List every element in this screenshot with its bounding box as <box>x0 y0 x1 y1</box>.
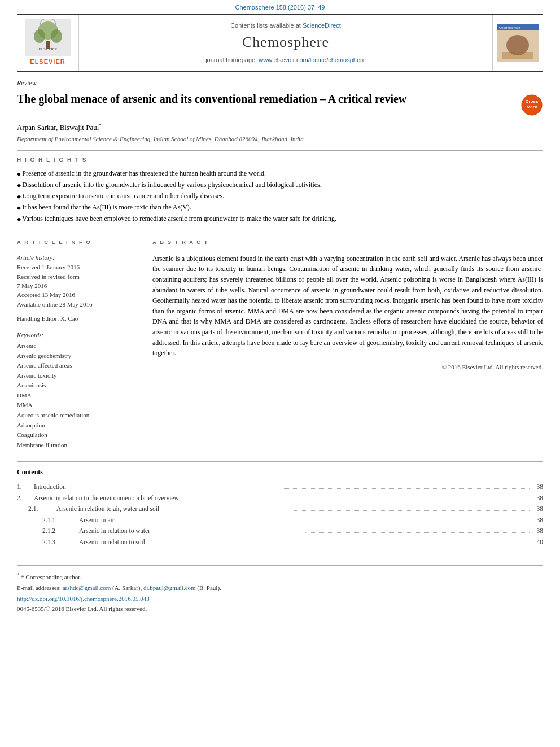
divider-before-columns <box>17 230 543 230</box>
keyword-aqueous-remediation: Aqueous arsenic remediation <box>17 410 141 421</box>
svg-point-2 <box>34 29 45 43</box>
crossmark-icon: Cross Mark <box>520 94 543 116</box>
authors-line: Arpan Sarkar, Biswajit Paul* <box>17 122 543 133</box>
received-date: Received 1 January 2016 <box>17 263 141 272</box>
highlight-item: Various techniques have been employed to… <box>17 213 543 224</box>
affiliation-line: Department of Environmental Science & En… <box>17 135 543 143</box>
toc-num-2-1-3: 2.1.3. <box>42 537 79 548</box>
article-history-label: Article history: <box>17 254 141 262</box>
toc-title-1: Introduction <box>34 482 281 493</box>
toc-num-2-1-1: 2.1.1. <box>42 515 79 526</box>
email-label: E-mail addresses: <box>17 584 61 591</box>
keyword-mma: MMA <box>17 400 141 410</box>
keyword-dma: DMA <box>17 391 141 401</box>
toc-dots-2-1-1 <box>305 522 530 522</box>
toc-item-2-1-2: 2.1.2. Arsenic in relation to water 38 <box>17 526 543 537</box>
article-info-label: A R T I C L E I N F O <box>17 238 141 246</box>
keyword-membrane: Membrane filtration <box>17 440 141 451</box>
article-body: Review The global menace of arsenic and … <box>17 78 543 614</box>
svg-text:Cross: Cross <box>526 99 539 104</box>
highlight-item: It has been found that the As(III) is mo… <box>17 202 543 213</box>
toc-page-2-1-2: 38 <box>532 526 543 537</box>
author-names: Arpan Sarkar, Biswajit Paul* <box>17 123 102 132</box>
svg-rect-12 <box>502 52 533 59</box>
doi-link[interactable]: http://dx.doi.org/10.1016/j.chemosphere.… <box>17 595 150 602</box>
divider-article-info <box>17 250 141 250</box>
corresponding-label: * Corresponding author. <box>21 573 81 580</box>
highlights-section-label: H I G H L I G H T S <box>17 156 543 164</box>
article-title-section: The global menace of arsenic and its con… <box>17 91 543 116</box>
toc-page-2: 38 <box>532 493 543 504</box>
article-title: The global menace of arsenic and its con… <box>17 91 406 106</box>
toc-page-2-1: 38 <box>532 504 543 515</box>
email1-author: (A. Sarkar), <box>112 584 142 591</box>
sciencedirect-link: Contents lists available at ScienceDirec… <box>230 21 341 30</box>
svg-text:ELSEVIER: ELSEVIER <box>38 47 57 51</box>
toc-title-2-1-1: Arsenic in air <box>79 515 303 526</box>
doi-line: http://dx.doi.org/10.1016/j.chemosphere.… <box>17 595 543 603</box>
journal-thumbnail: Chemosphere <box>492 15 543 71</box>
toc-item-2-1-3: 2.1.3. Arsenic in relation to soil 40 <box>17 537 543 548</box>
two-column-layout: A R T I C L E I N F O Article history: R… <box>17 238 543 450</box>
corresponding-marker: * <box>99 123 102 128</box>
divider-after-affiliation <box>17 150 543 151</box>
abstract-section-label: A B S T R A C T <box>152 238 543 246</box>
footnote-star: * <box>17 572 20 578</box>
toc-title-2-1-2: Arsenic in relation to water <box>79 526 303 537</box>
journal-cover-image: Chemosphere <box>497 24 539 62</box>
journal-homepage: journal homepage: www.elsevier.com/locat… <box>205 56 366 64</box>
corresponding-note: * * Corresponding author. <box>17 571 543 582</box>
toc-num-2-1-2: 2.1.2. <box>42 526 79 537</box>
elsevier-tree-icon: ELSEVIER <box>25 19 71 56</box>
toc-item-1: 1. Introduction 38 <box>17 482 543 493</box>
journal-title: Chemosphere <box>242 32 329 53</box>
toc-page-2-1-3: 40 <box>532 537 543 548</box>
toc-title-2-1-3: Arsenic in relation to soil <box>79 537 303 548</box>
keywords-label: Keywords: <box>17 331 141 339</box>
svg-text:Chemosphere: Chemosphere <box>499 26 520 29</box>
keyword-toxicity: Arsenic toxicity <box>17 371 141 381</box>
svg-point-3 <box>51 29 62 43</box>
highlights-list: Presence of arsenic in the groundwater h… <box>17 168 543 224</box>
toc-dots-2-1 <box>294 510 530 511</box>
journal-center-info: Contents lists available at ScienceDirec… <box>79 15 492 71</box>
revised-date: 7 May 2016 <box>17 282 141 290</box>
contents-section: Contents 1. Introduction 38 2. Arsenic i… <box>17 461 543 548</box>
divider-keywords <box>17 327 141 327</box>
email2-link[interactable]: dr.bpaul@gmail.com <box>143 584 196 591</box>
crossmark-badge: Cross Mark <box>520 94 543 116</box>
copyright-footer: 0045-6535/© 2016 Elsevier Ltd. All right… <box>17 605 543 613</box>
toc-item-2-1: 2.1. Arsenic in relation to air, water a… <box>17 504 543 515</box>
abstract-column: A B S T R A C T Arsenic is a ubiquitous … <box>152 238 543 450</box>
abstract-text: Arsenic is a ubiquitous element found in… <box>152 254 543 359</box>
journal-url[interactable]: www.elsevier.com/locate/chemosphere <box>259 56 366 63</box>
contents-label: Contents <box>17 468 543 477</box>
sciencedirect-anchor[interactable]: ScienceDirect <box>303 22 341 29</box>
keyword-adsorption: Adsorption <box>17 421 141 431</box>
email2-author: (B. Paul). <box>197 584 221 591</box>
journal-header: ELSEVIER ELSEVIER Contents lists availab… <box>17 14 543 71</box>
toc-num-2-1: 2.1. <box>28 504 56 515</box>
email1-link[interactable]: arshdc@gmail.com <box>63 584 111 591</box>
keyword-geochemistry: Arsenic geochemistry <box>17 351 141 361</box>
toc-dots-2-1-2 <box>305 532 530 533</box>
abstract-copyright: © 2016 Elsevier Ltd. All rights reserved… <box>152 363 543 372</box>
available-date: Available online 28 May 2016 <box>17 300 141 309</box>
highlight-item: Dissolution of arsenic into the groundwa… <box>17 179 543 190</box>
toc-page-2-1-1: 38 <box>532 515 543 526</box>
toc-dots-2 <box>283 500 530 500</box>
toc-dots-2-1-3 <box>305 544 530 544</box>
toc-num-2: 2. <box>17 493 34 504</box>
svg-text:Mark: Mark <box>527 104 537 110</box>
handling-editor: Handling Editor: X. Cao <box>17 314 141 323</box>
keyword-arsenic: Arsenic <box>17 341 141 351</box>
elsevier-logo-section: ELSEVIER ELSEVIER <box>17 15 79 71</box>
email-line: E-mail addresses: arshdc@gmail.com (A. S… <box>17 584 543 592</box>
journal-reference: Chemosphere 158 (2016) 37–49 <box>0 0 560 14</box>
footer-section: * * Corresponding author. E-mail address… <box>17 565 543 614</box>
toc-item-2: 2. Arsenic in relation to the environmen… <box>17 493 543 504</box>
toc-dots-1 <box>283 488 530 489</box>
highlight-item: Long term exposure to arsenic can cause … <box>17 190 543 202</box>
elsevier-brand-label: ELSEVIER <box>30 58 65 66</box>
toc-item-2-1-1: 2.1.1. Arsenic in air 38 <box>17 515 543 526</box>
